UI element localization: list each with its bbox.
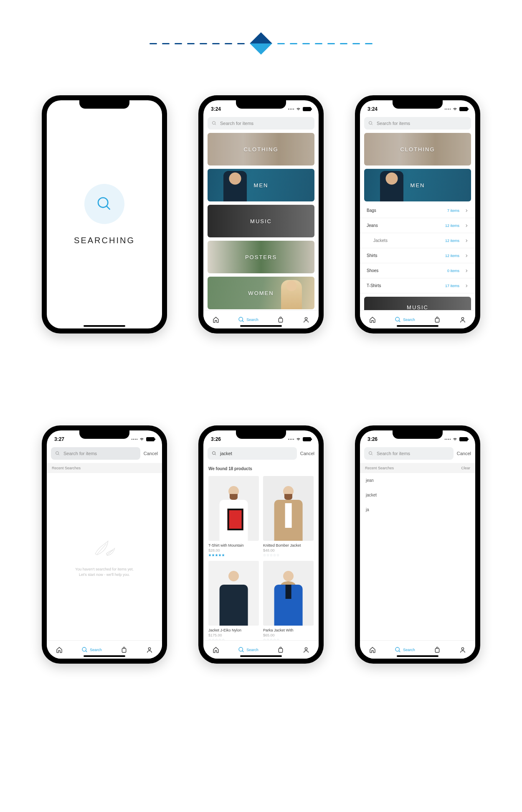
- category-women[interactable]: WOMEN: [208, 277, 314, 309]
- home-indicator: [84, 325, 125, 327]
- tab-bag[interactable]: [277, 316, 284, 323]
- signal-icon: [288, 109, 294, 109]
- star-icon: [208, 554, 211, 557]
- tab-home[interactable]: [213, 647, 219, 653]
- battery-icon: [303, 437, 311, 441]
- search-icon: [395, 316, 401, 323]
- bag-icon: [277, 647, 284, 653]
- star-icon: [212, 554, 215, 557]
- tab-profile[interactable]: [303, 647, 309, 653]
- wifi-icon: [452, 437, 458, 441]
- category-music[interactable]: MUSIC: [208, 205, 314, 237]
- home-indicator: [240, 655, 282, 657]
- subcat-jackets[interactable]: Jackets12 items: [360, 233, 475, 248]
- tab-profile[interactable]: [303, 316, 309, 323]
- clear-button[interactable]: Clear: [461, 466, 470, 470]
- tab-profile[interactable]: [146, 647, 153, 653]
- battery-icon: [459, 107, 468, 111]
- search-icon: [96, 196, 113, 212]
- subcat-shoes[interactable]: Shoes0 items: [360, 263, 475, 278]
- tab-bag[interactable]: [277, 647, 284, 653]
- svg-line-15: [58, 454, 60, 456]
- svg-line-21: [215, 454, 216, 456]
- notch: [79, 100, 129, 109]
- svg-point-31: [461, 647, 464, 649]
- leaves-icon: [90, 536, 119, 561]
- tab-home[interactable]: [56, 647, 63, 653]
- category-clothing[interactable]: CLOTHING: [364, 133, 471, 165]
- tab-search[interactable]: Search: [81, 647, 102, 653]
- recent-searches-header: Recent Searches: [47, 463, 162, 473]
- recent-search-item[interactable]: jean: [360, 473, 475, 488]
- star-icon: [208, 639, 211, 640]
- star-icon: [212, 639, 215, 640]
- tab-bag[interactable]: [121, 647, 127, 653]
- svg-point-0: [98, 198, 108, 207]
- person-icon: [459, 647, 466, 653]
- product-card[interactable]: Jacket J-Eiko Nylon $175.00: [208, 561, 259, 640]
- phone-categories-expanded: 3:24 Search for items CLOTHING MEN: [355, 95, 480, 333]
- subcat-tshirts[interactable]: T-Shirts17 items: [360, 278, 475, 293]
- svg-point-25: [305, 647, 307, 649]
- recent-search-item[interactable]: jacket: [360, 488, 475, 502]
- category-men[interactable]: MEN: [208, 169, 314, 201]
- tab-search[interactable]: Search: [395, 316, 415, 323]
- rating-stars: [263, 639, 314, 640]
- product-card[interactable]: Knitted Bomber Jacket $48.00: [263, 476, 314, 557]
- search-input[interactable]: Search for items: [208, 117, 314, 130]
- status-time: 3:24: [367, 106, 378, 112]
- wifi-icon: [296, 437, 301, 441]
- chevron-right-icon: [464, 254, 469, 258]
- star-icon: [273, 639, 276, 640]
- category-music[interactable]: MUSIC: [364, 297, 471, 310]
- svg-point-13: [461, 317, 464, 319]
- chevron-right-icon: [464, 239, 469, 243]
- tab-home[interactable]: [369, 647, 376, 653]
- cancel-button[interactable]: Cancel: [457, 451, 471, 456]
- product-image: [263, 561, 314, 626]
- svg-point-10: [395, 317, 399, 321]
- empty-state: You haven't searched for items yet. Let'…: [47, 473, 162, 640]
- subcat-jeans[interactable]: Jeans12 items: [360, 218, 475, 233]
- person-icon: [146, 647, 153, 653]
- category-posters[interactable]: POSTERS: [208, 241, 314, 273]
- search-input[interactable]: Search for items: [51, 447, 140, 460]
- cancel-button[interactable]: Cancel: [300, 451, 314, 456]
- svg-point-19: [148, 647, 150, 649]
- tab-bag[interactable]: [434, 316, 441, 323]
- tab-profile[interactable]: [459, 316, 466, 323]
- tab-home[interactable]: [213, 316, 219, 323]
- tab-home[interactable]: [369, 316, 376, 323]
- search-input[interactable]: Search for items: [364, 117, 471, 130]
- status-time: 3:26: [211, 436, 221, 442]
- tab-search[interactable]: Search: [395, 647, 415, 653]
- search-input[interactable]: Search for items: [364, 447, 454, 460]
- tab-profile[interactable]: [459, 647, 466, 653]
- wifi-icon: [452, 107, 458, 111]
- svg-line-17: [86, 651, 87, 652]
- subcat-shirts[interactable]: Shirts12 items: [360, 248, 475, 263]
- signal-icon: [445, 109, 451, 109]
- category-clothing[interactable]: CLOTHING: [208, 133, 314, 165]
- signal-icon: [288, 439, 294, 440]
- tab-bag[interactable]: [434, 647, 441, 653]
- tab-search[interactable]: Search: [238, 647, 258, 653]
- recent-search-item[interactable]: ja: [360, 502, 475, 517]
- home-icon: [369, 647, 376, 653]
- search-input[interactable]: jacket: [208, 447, 297, 460]
- tab-search[interactable]: Search: [238, 316, 258, 323]
- svg-line-9: [372, 124, 373, 125]
- bag-icon: [434, 316, 441, 323]
- section-divider: [0, 0, 522, 72]
- search-icon: [368, 451, 373, 456]
- subcat-bags[interactable]: Bags7 items: [360, 203, 475, 218]
- product-card[interactable]: Parka Jacket With $65.00: [263, 561, 314, 640]
- search-icon: [368, 121, 373, 126]
- svg-point-2: [213, 122, 215, 125]
- rating-stars: [208, 639, 259, 640]
- svg-point-8: [369, 122, 372, 125]
- product-card[interactable]: T-Shirt with Mountain $28.00: [208, 476, 259, 557]
- star-icon: [218, 639, 221, 640]
- category-men[interactable]: MEN: [364, 169, 471, 201]
- cancel-button[interactable]: Cancel: [144, 451, 158, 456]
